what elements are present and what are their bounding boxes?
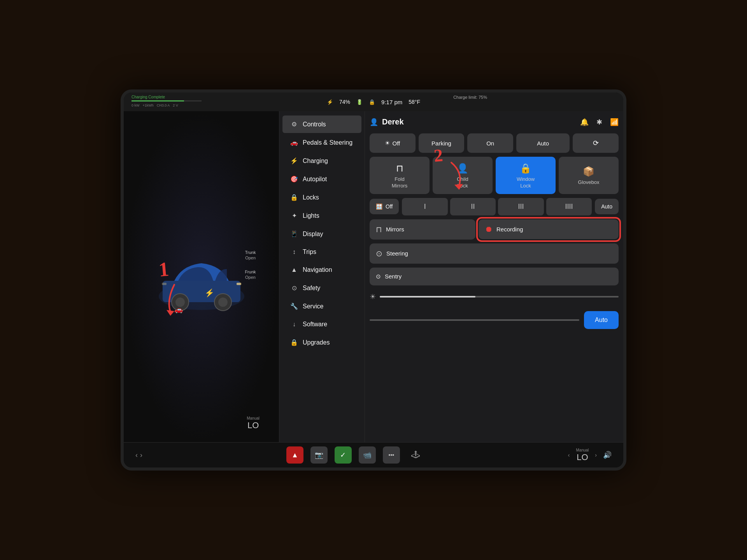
dashcam-button[interactable]: 📹 xyxy=(359,446,376,464)
car-bottom-icon: 🚗 xyxy=(174,305,183,314)
volume-icon[interactable]: 🔊 xyxy=(603,451,612,459)
wiper-speed-4-label: IIII xyxy=(565,203,573,211)
locks-icon: 🔒 xyxy=(290,194,298,201)
main-content: ⚡ Trunk Open Frunk Open 1 xyxy=(124,111,623,442)
phone-button[interactable]: ✓ xyxy=(335,446,352,464)
auto-label: Auto xyxy=(537,140,549,147)
charge-limit: Charge limit: 75% xyxy=(453,95,487,100)
sidebar-label-autopilot: Autopilot xyxy=(303,176,327,183)
wiper-speed-2[interactable]: II xyxy=(450,198,496,215)
brightness-fill xyxy=(380,296,475,298)
sidebar-item-autopilot[interactable]: 🎯 Autopilot xyxy=(282,170,361,188)
car-image-area: ⚡ Trunk Open Frunk Open 1 xyxy=(124,111,279,442)
left-nav-arrow[interactable]: ‹ xyxy=(135,451,138,459)
brightness-slider[interactable] xyxy=(380,296,619,298)
controls-panel: 👤 Derek 🔔 ✱ 📶 ☀ Off Parking xyxy=(365,111,623,442)
bell-icon[interactable]: 🔔 xyxy=(580,118,589,126)
lights-icon: ✦ xyxy=(290,212,298,219)
sidebar-item-safety[interactable]: ⊙ Safety xyxy=(282,279,361,297)
wipers-icon: 🪟 xyxy=(376,203,382,210)
taskbar-left-chevron[interactable]: ‹ xyxy=(568,452,570,458)
taskbar-manual-lo: Manual LO xyxy=(576,448,589,462)
wifi-icon[interactable]: 📶 xyxy=(610,118,619,126)
charge-stat-3: CH3.0 A xyxy=(157,103,170,107)
battery-icon: 🔋 xyxy=(356,99,363,105)
auto-fan-button[interactable]: Auto xyxy=(584,311,619,329)
fold-mirrors-button[interactable]: ⊓ FoldMirrors xyxy=(370,157,430,194)
camera-button[interactable]: 📷 xyxy=(310,446,328,464)
sidebar: ⚙ Controls 🚗 Pedals & Steering ⚡ Chargin… xyxy=(279,111,365,442)
lights-parking-button[interactable]: Parking xyxy=(419,133,465,153)
sidebar-label-controls: Controls xyxy=(303,121,326,128)
window-lock-button[interactable]: 🔒 WindowLock xyxy=(496,157,556,194)
charging-complete-label: Charging Complete xyxy=(132,95,165,99)
svg-marker-9 xyxy=(167,310,174,316)
trunk-status: Trunk Open xyxy=(245,250,256,261)
sidebar-item-pedals[interactable]: 🚗 Pedals & Steering xyxy=(282,134,361,151)
lights-on-button[interactable]: On xyxy=(467,133,513,153)
lights-off-button[interactable]: ☀ Off xyxy=(370,133,416,153)
more-button[interactable]: ••• xyxy=(383,446,400,464)
wiper-speed-3-label: III xyxy=(518,203,524,211)
user-name: Derek xyxy=(382,117,404,126)
sidebar-item-upgrades[interactable]: 🔒 Upgrades xyxy=(282,334,361,351)
wipers-auto-button[interactable]: Auto xyxy=(595,199,619,214)
sentry-button[interactable]: ⊙ Sentry xyxy=(370,268,619,285)
bottom-row: Auto xyxy=(370,308,619,329)
sidebar-item-software[interactable]: ↓ Software xyxy=(282,316,361,333)
sidebar-item-lights[interactable]: ✦ Lights xyxy=(282,207,361,224)
bluetooth-icon[interactable]: ✱ xyxy=(596,118,602,126)
temperature-display: 58°F xyxy=(409,99,420,105)
hazard-button[interactable]: ▲ xyxy=(286,446,303,464)
taskbar-right-chevron[interactable]: › xyxy=(595,452,597,458)
sidebar-item-charging[interactable]: ⚡ Charging xyxy=(282,152,361,170)
dashcam-icon: 📹 xyxy=(363,451,372,459)
svg-point-5 xyxy=(218,298,228,307)
sidebar-item-controls[interactable]: ⚙ Controls xyxy=(282,116,361,133)
sidebar-label-navigation: Navigation xyxy=(303,266,332,273)
joystick-icon: 🕹 xyxy=(407,446,424,464)
fold-mirrors-label: FoldMirrors xyxy=(392,176,407,189)
wiper-speed-buttons: I II III IIII xyxy=(402,198,592,215)
steering-button[interactable]: ⊙ Steering xyxy=(370,243,619,264)
steering-row: ⊙ Steering xyxy=(370,243,619,264)
service-icon: 🔧 xyxy=(290,303,298,310)
mirrors-label: Mirrors xyxy=(386,226,404,233)
glovebox-icon: 📦 xyxy=(583,166,594,177)
sidebar-label-software: Software xyxy=(303,321,327,328)
sidebar-item-display[interactable]: 📱 Display xyxy=(282,225,361,243)
wiper-speed-4[interactable]: IIII xyxy=(546,198,592,215)
mirrors-button[interactable]: ⊓ Mirrors xyxy=(370,219,475,240)
mirrors-icon: ⊓ xyxy=(376,225,382,234)
recording-button[interactable]: ⏺ Recording xyxy=(479,219,619,239)
charge-stat-1: 0 kW xyxy=(132,103,140,107)
volume-slider[interactable] xyxy=(370,319,579,321)
pedals-icon: 🚗 xyxy=(290,139,298,146)
child-lock-button[interactable]: 👤 ChildLock xyxy=(433,157,493,194)
lights-auto-button[interactable]: Auto xyxy=(516,133,570,153)
sidebar-item-locks[interactable]: 🔒 Locks xyxy=(282,189,361,206)
brightness-row: ☀ xyxy=(370,289,619,304)
sidebar-label-pedals: Pedals & Steering xyxy=(303,139,352,146)
sidebar-label-lights: Lights xyxy=(303,212,319,219)
glovebox-button[interactable]: 📦 Glovebox xyxy=(559,157,619,194)
annotation-1: 1 xyxy=(158,257,170,281)
sidebar-label-service: Service xyxy=(303,303,323,310)
phone-icon: ✓ xyxy=(340,451,346,459)
lights-auto-icon-button[interactable]: ⟳ xyxy=(573,133,619,153)
user-info: 👤 Derek xyxy=(370,117,404,126)
brightness-icon: ☀ xyxy=(370,292,376,301)
steering-label: Steering xyxy=(386,250,408,257)
right-nav-arrow[interactable]: › xyxy=(140,451,142,459)
wipers-off-button[interactable]: 🪟 Off xyxy=(370,199,399,214)
sidebar-item-trips[interactable]: ↕ Trips xyxy=(282,243,361,261)
sidebar-item-navigation[interactable]: ▲ Navigation xyxy=(282,261,361,278)
wiper-speed-3[interactable]: III xyxy=(498,198,544,215)
sidebar-item-service[interactable]: 🔧 Service xyxy=(282,298,361,315)
recording-label: Recording xyxy=(496,226,523,233)
controls-icon: ⚙ xyxy=(290,121,298,128)
tesla-screen: Charging Complete 0 kW +1kWh CH3.0 A 2 V… xyxy=(121,89,626,471)
sun-icon: ☀ xyxy=(385,140,390,147)
glovebox-label: Glovebox xyxy=(578,179,600,186)
wiper-speed-1[interactable]: I xyxy=(402,198,447,215)
